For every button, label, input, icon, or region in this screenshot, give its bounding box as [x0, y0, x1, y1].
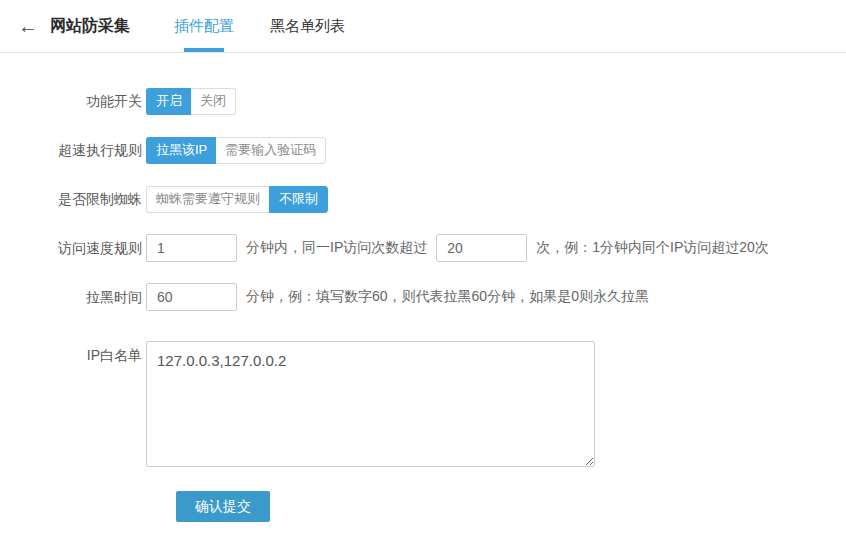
overspeed-rule-group: 拉黑该IP 需要输入验证码 — [146, 137, 326, 164]
function-switch-group: 开启 关闭 — [146, 88, 236, 115]
row-overspeed-rule: 超速执行规则 拉黑该IP 需要输入验证码 — [30, 136, 846, 164]
row-function-switch: 功能开关 开启 关闭 — [30, 87, 846, 115]
ban-time-label: 拉黑时间 — [30, 283, 142, 311]
tab-blacklist-label: 黑名单列表 — [270, 17, 345, 36]
spider-limit-label: 是否限制蜘蛛 — [30, 185, 142, 213]
overspeed-rule-label: 超速执行规则 — [30, 136, 142, 164]
spider-obey-button[interactable]: 蜘蛛需要遵守规则 — [146, 186, 269, 213]
switch-off-button[interactable]: 关闭 — [191, 88, 236, 115]
row-spider-limit: 是否限制蜘蛛 蜘蛛需要遵守规则 不限制 — [30, 185, 846, 213]
function-switch-label: 功能开关 — [30, 87, 142, 115]
ban-time-hint: 分钟，例：填写数字60，则代表拉黑60分钟，如果是0则永久拉黑 — [246, 288, 649, 306]
ban-time-input[interactable] — [146, 283, 237, 311]
ban-ip-button[interactable]: 拉黑该IP — [146, 137, 216, 164]
plugin-config-form: 功能开关 开启 关闭 超速执行规则 拉黑该IP 需要输入验证码 是否限制蜘蛛 蜘… — [0, 53, 846, 522]
page-header: ← 网站防采集 插件配置 黑名单列表 — [0, 0, 846, 53]
spider-limit-group: 蜘蛛需要遵守规则 不限制 — [146, 186, 328, 213]
tab-plugin-config-label: 插件配置 — [174, 17, 234, 36]
switch-on-button[interactable]: 开启 — [146, 88, 191, 115]
captcha-button[interactable]: 需要输入验证码 — [216, 137, 326, 164]
row-ban-time: 拉黑时间 分钟，例：填写数字60，则代表拉黑60分钟，如果是0则永久拉黑 — [30, 283, 846, 311]
page-title: 网站防采集 — [50, 0, 130, 52]
row-speed-rule: 访问速度规则 分钟内，同一IP访问次数超过 次，例：1分钟内同个IP访问超过20… — [30, 234, 846, 262]
speed-minutes-input[interactable] — [146, 234, 237, 262]
back-arrow-icon[interactable]: ← — [18, 0, 38, 52]
spider-no-limit-button[interactable]: 不限制 — [269, 186, 328, 213]
speed-rule-label: 访问速度规则 — [30, 234, 142, 262]
submit-row: 确认提交 — [176, 491, 846, 522]
speed-count-input[interactable] — [436, 234, 527, 262]
ip-whitelist-textarea[interactable]: 127.0.0.3,127.0.0.2 — [146, 341, 595, 467]
speed-rule-mid-text: 分钟内，同一IP访问次数超过 — [246, 239, 427, 257]
tab-blacklist[interactable]: 黑名单列表 — [252, 0, 363, 52]
row-ip-whitelist: IP白名单 127.0.0.3,127.0.0.2 — [30, 341, 846, 467]
tab-plugin-config[interactable]: 插件配置 — [156, 0, 252, 52]
confirm-submit-button[interactable]: 确认提交 — [176, 491, 270, 522]
speed-rule-end-text: 次，例：1分钟内同个IP访问超过20次 — [536, 239, 769, 257]
ip-whitelist-label: IP白名单 — [30, 341, 142, 369]
